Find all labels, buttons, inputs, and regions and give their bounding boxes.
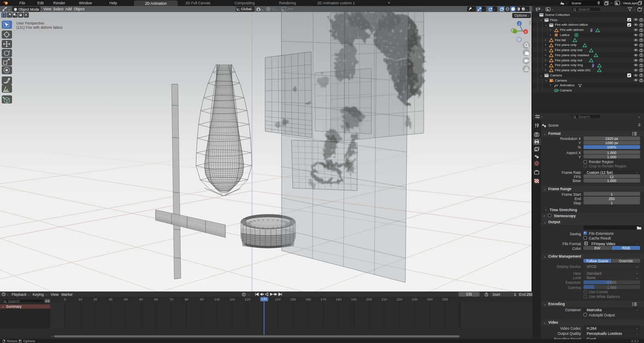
svg-text:Z: Z: [518, 22, 520, 26]
svg-text:0: 0: [641, 7, 642, 9]
svg-text:X: X: [525, 30, 527, 34]
